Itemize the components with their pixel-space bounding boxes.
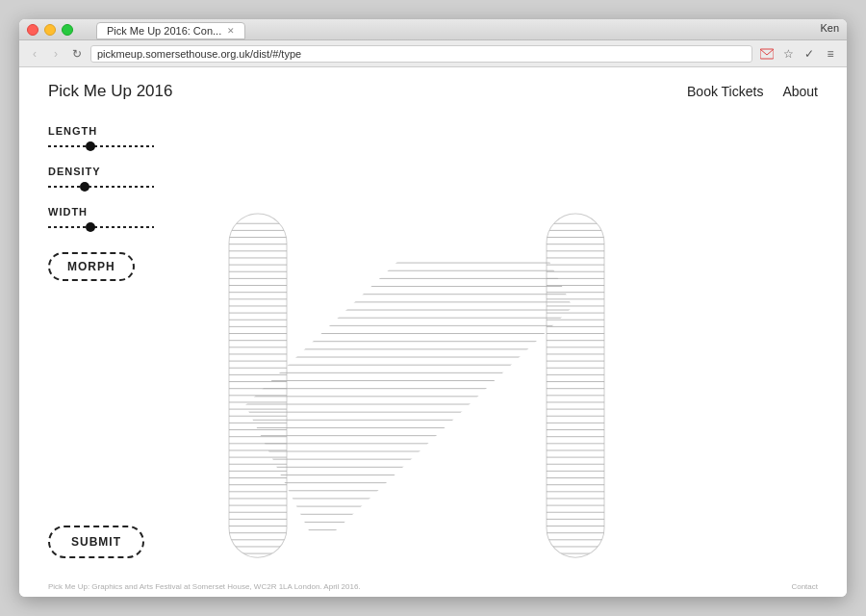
length-control: LENGTH [48, 125, 173, 152]
book-tickets-link[interactable]: Book Tickets [687, 84, 763, 99]
browser-window: Pick Me Up 2016: Con... ✕ Ken ‹ › ↻ ☆ ✓ … [19, 19, 847, 597]
maximize-button[interactable] [62, 24, 73, 36]
density-slider[interactable] [48, 181, 154, 192]
svg-marker-104 [245, 165, 573, 548]
length-label: LENGTH [48, 125, 173, 137]
svg-rect-2 [547, 214, 604, 557]
site-title: Pick Me Up 2016 [48, 82, 172, 101]
gmail-icon[interactable] [758, 45, 776, 63]
refresh-button[interactable]: ↻ [69, 46, 85, 62]
width-thumb[interactable] [86, 222, 95, 232]
width-slider[interactable] [48, 221, 154, 233]
density-track [48, 186, 154, 188]
footer-contact-link[interactable]: Contact [791, 582, 818, 591]
site-footer: Pick Me Up: Graphics and Arts Festival a… [48, 582, 818, 591]
menu-icon[interactable]: ≡ [822, 45, 839, 63]
length-thumb[interactable] [86, 141, 95, 151]
density-thumb[interactable] [80, 182, 89, 192]
width-control: WIDTH [48, 206, 173, 233]
svg-rect-1 [229, 214, 287, 557]
address-input[interactable] [90, 45, 752, 63]
length-slider[interactable] [48, 141, 154, 152]
tab-close-icon[interactable]: ✕ [227, 26, 235, 36]
title-bar: Pick Me Up 2016: Con... ✕ Ken [19, 19, 847, 40]
width-track [48, 226, 154, 228]
svg-rect-4 [229, 214, 287, 557]
density-control: DENSITY [48, 166, 173, 192]
window-user: Ken [820, 22, 839, 34]
morph-button[interactable]: MORPH [48, 252, 135, 281]
minimize-button[interactable] [44, 24, 56, 36]
checkmark-icon[interactable]: ✓ [801, 45, 818, 63]
tab-title: Pick Me Up 2016: Con... [107, 25, 221, 37]
submit-button[interactable]: SUBMIT [48, 526, 144, 558]
bookmark-icon[interactable]: ☆ [779, 45, 797, 63]
address-bar: ‹ › ↻ ☆ ✓ ≡ [19, 40, 847, 67]
browser-tab[interactable]: Pick Me Up 2016: Con... ✕ [96, 22, 245, 39]
tab-bar: Pick Me Up 2016: Con... ✕ [96, 22, 245, 39]
density-label: DENSITY [48, 166, 173, 177]
back-button[interactable]: ‹ [27, 46, 42, 62]
forward-button[interactable]: › [48, 46, 64, 62]
toolbar-icons: ☆ ✓ ≡ [758, 45, 839, 63]
page-content: Pick Me Up 2016 Book Tickets About [19, 67, 847, 597]
controls-panel: LENGTH DENSITY WIDTH [48, 125, 173, 281]
site-nav: Book Tickets About [687, 84, 818, 99]
about-link[interactable]: About [782, 84, 818, 99]
site-header: Pick Me Up 2016 Book Tickets About [19, 67, 847, 116]
close-button[interactable] [27, 24, 38, 36]
length-track [48, 145, 154, 147]
width-label: WIDTH [48, 206, 173, 218]
footer-text: Pick Me Up: Graphics and Arts Festival a… [48, 582, 361, 591]
traffic-lights [27, 24, 73, 36]
svg-rect-54 [547, 214, 604, 557]
